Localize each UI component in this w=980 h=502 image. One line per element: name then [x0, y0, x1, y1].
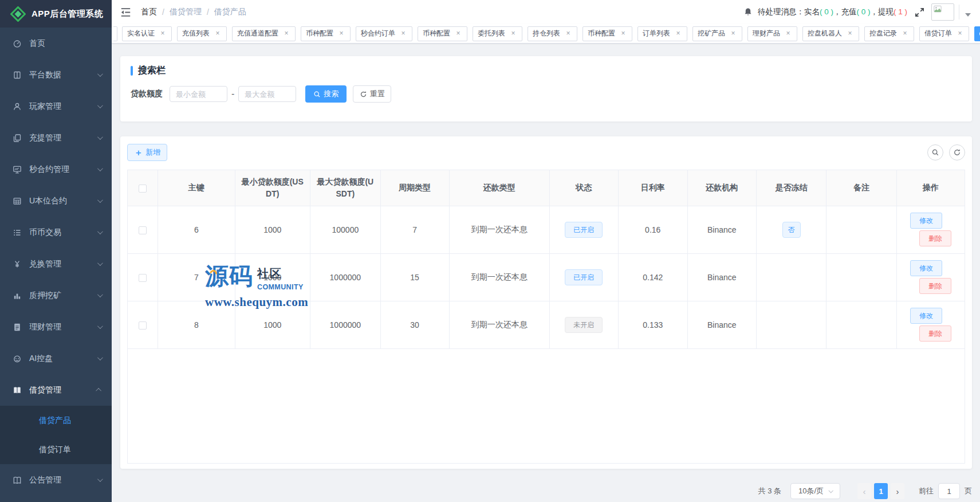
- close-icon[interactable]: ×: [564, 30, 572, 38]
- row-checkbox[interactable]: [139, 274, 147, 282]
- tab-借贷产品[interactable]: 借贷产品×: [974, 26, 980, 41]
- cell-actions: 修改删除: [897, 206, 965, 253]
- close-icon[interactable]: ×: [619, 30, 627, 38]
- tab-币种配置[interactable]: 币种配置×: [418, 26, 467, 41]
- table-header-row: 主键最小贷款额度(USDT)最大贷款额度(USDT)周期类型还款类型状态日利率还…: [128, 170, 965, 206]
- tab-label: 借贷订单: [924, 29, 952, 38]
- next-page-button[interactable]: ›: [891, 483, 904, 499]
- max-amount-input[interactable]: [238, 86, 296, 102]
- staking-icon: [13, 291, 22, 300]
- chevron-down-icon: [97, 134, 103, 140]
- close-icon[interactable]: ×: [399, 30, 407, 38]
- tab-充值通道配置[interactable]: 充值通道配置×: [232, 26, 296, 41]
- breadcrumb-首页[interactable]: 首页: [141, 7, 157, 17]
- close-icon[interactable]: ×: [454, 30, 462, 38]
- sidebar-item-币币交易[interactable]: 币币交易: [0, 217, 112, 248]
- status-tag[interactable]: 已开启: [565, 222, 603, 238]
- close-icon[interactable]: ×: [214, 30, 222, 38]
- sidebar-item-充提管理[interactable]: 充提管理: [0, 122, 112, 154]
- edit-button[interactable]: 修改: [910, 213, 942, 229]
- frozen-tag[interactable]: 否: [782, 222, 801, 238]
- tab-委托列表[interactable]: 委托列表×: [473, 26, 522, 41]
- row-checkbox[interactable]: [139, 321, 147, 330]
- page-size-select[interactable]: 10条/页: [790, 483, 840, 499]
- user-menu-caret-icon[interactable]: [965, 13, 971, 17]
- submenu-item-借贷产品[interactable]: 借贷产品: [0, 406, 112, 435]
- tab-控盘机器人[interactable]: 控盘机器人×: [802, 26, 859, 41]
- sidebar-item-公告管理[interactable]: 公告管理: [0, 464, 112, 496]
- close-icon[interactable]: ×: [846, 30, 854, 38]
- cell-repay_type: 到期一次还本息: [449, 206, 549, 253]
- close-icon[interactable]: ×: [674, 30, 682, 38]
- avatar[interactable]: [931, 3, 954, 21]
- close-icon[interactable]: ×: [337, 30, 345, 38]
- fullscreen-icon[interactable]: [915, 7, 924, 17]
- bell-icon[interactable]: [743, 7, 753, 17]
- sidebar-item-玩家管理[interactable]: 玩家管理: [0, 91, 112, 122]
- submenu-item-借贷订单[interactable]: 借贷订单: [0, 435, 112, 464]
- tab-label: 币种配置: [423, 29, 450, 38]
- refresh-icon: [360, 91, 367, 98]
- sidebar-item-理财管理[interactable]: 理财管理: [0, 311, 112, 343]
- close-icon[interactable]: ×: [729, 30, 737, 38]
- delete-button[interactable]: 删除: [919, 325, 951, 342]
- delete-button[interactable]: 删除: [919, 278, 951, 294]
- sidebar-item-借贷管理[interactable]: 借贷管理: [0, 374, 112, 406]
- sidebar-toggle-icon[interactable]: [120, 7, 131, 18]
- chevron-down-icon: [97, 103, 103, 108]
- tab-订单列表[interactable]: 订单列表×: [637, 26, 687, 41]
- row-checkbox[interactable]: [139, 226, 147, 234]
- tab-持仓列表[interactable]: 持仓列表×: [528, 26, 577, 41]
- page-1-button[interactable]: 1: [874, 483, 888, 499]
- data-table: 主键最小贷款额度(USDT)最大贷款额度(USDT)周期类型还款类型状态日利率还…: [128, 170, 965, 349]
- tab-挖矿产品[interactable]: 挖矿产品×: [692, 26, 742, 41]
- close-icon[interactable]: ×: [509, 30, 517, 38]
- add-button[interactable]: ＋ 新增: [127, 144, 167, 161]
- sidebar-item-首页[interactable]: 首页: [0, 28, 112, 59]
- tab-秒合约订单[interactable]: 秒合约订单×: [356, 26, 412, 41]
- sidebar-item-质押挖矿[interactable]: 质押挖矿: [0, 280, 112, 311]
- goto-page-input[interactable]: [938, 483, 960, 499]
- players-icon: [13, 102, 22, 111]
- sidebar-item-U本位合约[interactable]: U本位合约: [0, 185, 112, 217]
- header-状态: 状态: [549, 170, 618, 206]
- sidebar-item-兑换管理[interactable]: 兑换管理: [0, 248, 112, 280]
- tab-理财产品[interactable]: 理财产品×: [747, 26, 797, 41]
- status-tag[interactable]: 已开启: [565, 269, 603, 285]
- pending-messages[interactable]: 待处理消息：实名( 0 )，充值( 0 )，提现( 1 ): [758, 7, 907, 17]
- status-tag[interactable]: 未开启: [565, 317, 603, 333]
- tab-借贷订单[interactable]: 借贷订单×: [919, 26, 969, 41]
- tab-币种配置[interactable]: 币种配置×: [583, 26, 632, 41]
- cell-frozen: [756, 253, 826, 301]
- close-icon[interactable]: ×: [282, 30, 290, 38]
- close-icon[interactable]: ×: [956, 30, 964, 38]
- close-icon[interactable]: ×: [901, 30, 909, 38]
- min-amount-input[interactable]: [170, 86, 227, 102]
- select-all-checkbox[interactable]: [139, 185, 147, 193]
- table-refresh-icon[interactable]: [949, 144, 965, 160]
- cell-actions: 修改删除: [897, 253, 965, 301]
- tab-fragment[interactable]: [113, 26, 117, 41]
- close-icon[interactable]: ×: [159, 30, 167, 38]
- tab-充值列表[interactable]: 充值列表×: [177, 26, 227, 41]
- chevron-down-icon: [97, 292, 103, 297]
- header-最小贷款额度(USDT): 最小贷款额度(USDT): [235, 170, 310, 206]
- sidebar-item-AI控盘[interactable]: AI控盘: [0, 343, 112, 374]
- prev-page-button[interactable]: ‹: [857, 483, 871, 499]
- tab-label: 挖矿产品: [698, 29, 725, 38]
- chevron-down-icon: [828, 488, 833, 493]
- tab-币种配置[interactable]: 币种配置×: [301, 26, 351, 41]
- edit-button[interactable]: 修改: [910, 260, 942, 276]
- search-button[interactable]: 搜索: [305, 85, 347, 103]
- table-search-icon[interactable]: [927, 144, 943, 160]
- sidebar-item-秒合约管理[interactable]: 秒合约管理: [0, 154, 112, 185]
- tab-控盘记录[interactable]: 控盘记录×: [864, 26, 914, 41]
- usdt-contract-icon: [13, 197, 22, 206]
- delete-button[interactable]: 删除: [919, 230, 951, 246]
- close-icon[interactable]: ×: [784, 30, 792, 38]
- sidebar-item-平台数据[interactable]: 平台数据: [0, 59, 112, 91]
- tab-实名认证[interactable]: 实名认证×: [122, 26, 172, 41]
- deposit-withdraw-icon: [13, 134, 22, 143]
- reset-button[interactable]: 重置: [353, 85, 391, 103]
- edit-button[interactable]: 修改: [910, 308, 942, 324]
